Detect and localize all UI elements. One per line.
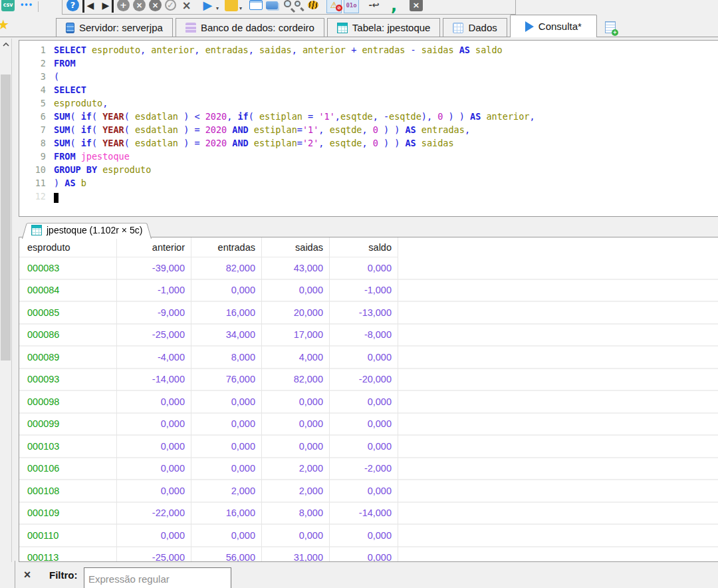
insert-row-icon[interactable]: + <box>117 0 130 11</box>
sql-editor[interactable]: 1SELECT esproduto, anterior, entradas, s… <box>19 40 718 217</box>
cell-saidas[interactable]: 43,000 <box>261 263 329 273</box>
cell-entradas[interactable]: 76,000 <box>191 374 261 384</box>
cell-saidas[interactable]: 20,000 <box>261 307 329 318</box>
cell-esproduto[interactable]: 000089 <box>19 352 116 363</box>
cell-entradas[interactable]: 0,000 <box>191 530 261 541</box>
stop-on-errors-icon[interactable]: ⚠⊘ <box>327 0 341 13</box>
cell-esproduto[interactable]: 000084 <box>19 285 116 295</box>
cancel-edit-icon[interactable]: × <box>149 0 162 11</box>
go-first-record-icon[interactable]: ◀ <box>82 0 96 13</box>
table-row[interactable]: 0000990,0000,0000,0000,000 <box>19 414 718 436</box>
cell-esproduto[interactable]: 000110 <box>19 530 116 541</box>
cell-saldo[interactable]: 0,000 <box>329 530 398 541</box>
table-row[interactable]: 000083-39,00082,00043,0000,000 <box>19 257 718 280</box>
tab-database[interactable]: Banco de dados: cordeiro <box>176 18 324 37</box>
tab-data[interactable]: Dados <box>443 18 507 37</box>
cell-entradas[interactable]: 82,000 <box>191 263 261 273</box>
column-header-saldo[interactable]: saldo <box>329 242 398 253</box>
cell-saldo[interactable]: 0,000 <box>329 418 398 429</box>
cell-saldo[interactable]: -8,000 <box>329 329 398 340</box>
cell-saldo[interactable]: 0,000 <box>329 352 398 363</box>
cell-esproduto[interactable]: 000098 <box>19 396 116 407</box>
cell-entradas[interactable]: 16,000 <box>191 307 261 318</box>
table-row[interactable]: 000113-25,00056,00031,0000,000 <box>19 547 718 563</box>
cell-esproduto[interactable]: 000103 <box>19 441 116 452</box>
tab-table[interactable]: Tabela: jpestoque <box>327 18 441 37</box>
table-row[interactable]: 0001060,0000,0002,000-2,000 <box>19 458 718 481</box>
cell-anterior[interactable]: -25,000 <box>116 329 191 340</box>
cell-saidas[interactable]: 4,000 <box>261 352 329 363</box>
comment-line-icon[interactable]: , <box>387 0 401 13</box>
cell-esproduto[interactable]: 000108 <box>19 486 116 496</box>
donate-bee-icon[interactable] <box>308 1 318 9</box>
cell-entradas[interactable]: 16,000 <box>191 508 261 518</box>
cell-saldo[interactable]: 0,000 <box>329 486 398 496</box>
cell-anterior[interactable]: 0,000 <box>116 530 191 541</box>
cell-esproduto[interactable]: 000113 <box>19 552 116 562</box>
close-toolbar-icon[interactable]: × <box>410 0 423 11</box>
table-row[interactable]: 000089-4,0008,0004,0000,000 <box>19 347 718 369</box>
cell-saldo[interactable]: 0,000 <box>329 263 398 273</box>
dropdown-caret-icon[interactable]: ▾ <box>216 5 219 11</box>
cell-anterior[interactable]: 0,000 <box>116 441 191 452</box>
search-icon[interactable] <box>284 0 291 7</box>
cell-anterior[interactable]: 0,000 <box>116 463 191 474</box>
help-icon[interactable]: ? <box>66 0 79 11</box>
cell-saidas[interactable]: 8,000 <box>261 508 329 518</box>
cell-anterior[interactable]: 0,000 <box>116 486 191 496</box>
delete-row-icon[interactable]: × <box>133 0 146 11</box>
cell-anterior[interactable]: -14,000 <box>116 374 191 384</box>
close-filter-icon[interactable]: × <box>20 567 35 582</box>
cell-saidas[interactable]: 0,000 <box>261 441 329 452</box>
csv-file-icon[interactable]: csv <box>1 0 15 11</box>
cell-esproduto[interactable]: 000085 <box>19 307 116 318</box>
table-row[interactable]: 0001100,0000,0000,0000,000 <box>19 525 718 547</box>
save-sql-icon[interactable] <box>249 0 263 10</box>
cell-saldo[interactable]: -1,000 <box>329 285 398 295</box>
cell-entradas[interactable]: 0,000 <box>191 285 261 295</box>
table-row[interactable]: 000093-14,00076,00082,000-20,000 <box>19 369 718 392</box>
wrap-lines-icon[interactable]: -↩ <box>367 0 381 13</box>
cell-saidas[interactable]: 2,000 <box>261 463 329 474</box>
binary-as-text-icon[interactable]: 01o <box>344 0 358 13</box>
cell-entradas[interactable]: 56,000 <box>191 552 261 562</box>
table-row[interactable]: 000085-9,00016,00020,000-13,000 <box>19 302 718 325</box>
load-sql-file-icon[interactable] <box>225 0 238 11</box>
cell-anterior[interactable]: -4,000 <box>116 352 191 363</box>
new-query-tab-button[interactable] <box>605 21 616 33</box>
cell-saldo[interactable]: -14,000 <box>329 508 398 518</box>
cell-esproduto[interactable]: 000099 <box>19 418 116 429</box>
cell-entradas[interactable]: 0,000 <box>191 441 261 452</box>
column-header-saidas[interactable]: saidas <box>261 242 329 253</box>
result-tab[interactable]: jpestoque (1.102r × 5c) <box>22 221 152 238</box>
cell-entradas[interactable]: 0,000 <box>191 396 261 407</box>
cell-saidas[interactable]: 82,000 <box>261 374 329 384</box>
cell-anterior[interactable]: 0,000 <box>116 396 191 407</box>
cell-esproduto[interactable]: 000093 <box>19 374 116 384</box>
cell-saidas[interactable]: 31,000 <box>261 552 329 562</box>
result-grid[interactable]: esprodutoanteriorentradassaidassaldo0000… <box>19 237 718 562</box>
cell-entradas[interactable]: 0,000 <box>191 418 261 429</box>
cell-anterior[interactable]: -1,000 <box>116 285 191 295</box>
table-row[interactable]: 0001030,0000,0000,0000,000 <box>19 436 718 458</box>
cell-saidas[interactable]: 17,000 <box>261 329 329 340</box>
cell-anterior[interactable]: -9,000 <box>116 307 191 318</box>
cell-entradas[interactable]: 2,000 <box>191 486 261 496</box>
post-changes-icon[interactable]: ✓ <box>165 0 176 11</box>
column-header-anterior[interactable]: anterior <box>116 242 191 253</box>
cell-entradas[interactable]: 0,000 <box>191 463 261 474</box>
cell-esproduto[interactable]: 000109 <box>19 508 116 518</box>
cell-esproduto[interactable]: 000086 <box>19 329 116 340</box>
cell-saldo[interactable]: -20,000 <box>329 374 398 384</box>
cell-esproduto[interactable]: 000083 <box>19 263 116 273</box>
scroll-up-arrow-icon[interactable] <box>0 39 11 50</box>
cell-saidas[interactable]: 2,000 <box>261 486 329 496</box>
cell-saldo[interactable]: 0,000 <box>329 552 398 562</box>
cell-saldo[interactable]: 0,000 <box>329 396 398 407</box>
table-row[interactable]: 000109-22,00016,0008,000-14,000 <box>19 503 718 525</box>
column-header-entradas[interactable]: entradas <box>191 242 261 253</box>
cell-saidas[interactable]: 0,000 <box>261 418 329 429</box>
cell-anterior[interactable]: -25,000 <box>116 552 191 562</box>
export-results-icon[interactable] <box>266 1 278 9</box>
cell-saldo[interactable]: -2,000 <box>329 463 398 474</box>
